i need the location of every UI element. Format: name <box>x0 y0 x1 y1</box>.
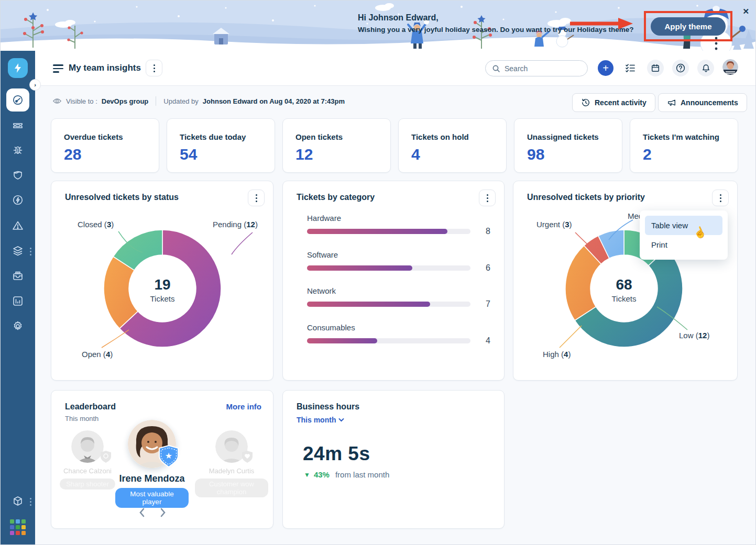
leaderboard-person-center[interactable]: ★ Irene Mendoza Most valuable player <box>115 420 189 508</box>
stat-card-unassigned[interactable]: Unassigned tickets 98 <box>514 118 622 173</box>
todo-list-button[interactable] <box>622 60 639 76</box>
bar-row-software: Software 6 <box>307 250 470 271</box>
dashboard-meta: Visible to : DevOps group Updated by Joh… <box>52 96 345 106</box>
card-tickets-by-category: Tickets by category Hardware 8 Software … <box>282 181 505 381</box>
dashboard-content: Visible to : DevOps group Updated by Joh… <box>35 86 755 544</box>
business-hours-period-dropdown[interactable]: This month <box>297 416 344 424</box>
search-input[interactable] <box>505 64 573 73</box>
person-name: Irene Mendoza <box>115 473 189 484</box>
help-button[interactable] <box>672 60 689 76</box>
document-tray-icon <box>12 270 24 282</box>
sidebar-expand-button[interactable]: › <box>29 79 41 91</box>
banner-close-icon[interactable]: ✕ <box>742 7 749 16</box>
status-card-kebab-button[interactable] <box>248 190 265 206</box>
stat-card-due-today[interactable]: Tickets due today 54 <box>167 118 275 173</box>
sandbox-more-dots <box>30 498 31 506</box>
warning-triangle-icon <box>12 219 24 232</box>
bar-fill <box>307 229 447 234</box>
sidebar-item-alerts[interactable] <box>1 214 35 237</box>
stat-value: 98 <box>527 146 609 163</box>
bar-value: 7 <box>486 299 490 309</box>
sidebar-item-dashboard[interactable] <box>6 88 29 112</box>
label-open: Open (4) <box>82 350 113 359</box>
stat-card-overdue[interactable]: Overdue tickets 28 <box>51 118 159 173</box>
leaderboard-title: Leaderboard <box>65 402 116 411</box>
history-clock-icon <box>581 98 590 107</box>
updated-by-label: Updated by <box>163 97 199 105</box>
sidebar-item-settings[interactable] <box>1 315 35 338</box>
delta-percent: 43% <box>314 470 330 479</box>
search-box[interactable] <box>485 60 588 76</box>
more-info-link[interactable]: More info <box>226 402 262 411</box>
card-tickets-by-status: Unresolved tickets by status 19 Tickets … <box>51 181 273 381</box>
svg-text:★: ★ <box>165 451 172 460</box>
achievement-shield-icon <box>241 450 254 464</box>
avatar-photo <box>722 59 738 75</box>
business-hours-title: Business hours <box>297 402 359 411</box>
bar-value: 4 <box>486 336 490 346</box>
stat-card-watching[interactable]: Tickets I'm watching 2 <box>630 118 738 173</box>
freshservice-logo[interactable] <box>8 58 28 78</box>
bar-track: 6 <box>307 265 470 271</box>
menu-item-print[interactable]: Print <box>645 235 722 254</box>
visible-to-label: Visible to : <box>66 97 97 105</box>
bar-row-network: Network 7 <box>307 286 470 307</box>
freshservice-dashboard: Hi Johnson Edward, Wishing you a very jo… <box>0 0 756 545</box>
sidebar-item-problems[interactable] <box>1 139 35 162</box>
bar-row-consumables: Consumables 4 <box>307 323 470 343</box>
leaderboard-person-left[interactable]: Chance Calzoni Sharp shooter <box>59 430 116 490</box>
bar-label: Network <box>307 286 470 295</box>
person-badge: Customer wow champion <box>195 479 268 497</box>
stat-card-on-hold[interactable]: Tickets on hold 4 <box>398 118 507 173</box>
label-high: High (4) <box>543 350 571 359</box>
period-label: This month <box>297 416 336 424</box>
holiday-theme-banner: Hi Johnson Edward, Wishing you a very jo… <box>1 1 756 51</box>
recent-activity-button[interactable]: Recent activity <box>572 93 655 112</box>
create-new-button[interactable]: + <box>598 60 613 76</box>
priority-total: 68 <box>593 276 655 293</box>
leaderboard-prev-button[interactable] <box>136 507 148 518</box>
sidebar-item-analytics[interactable] <box>1 290 35 313</box>
status-total: 19 <box>131 276 194 293</box>
apply-theme-button[interactable]: Apply theme <box>651 17 725 36</box>
notifications-button[interactable] <box>697 60 714 76</box>
leaderboard-person-right[interactable]: Madelyn Curtis Customer wow champion <box>195 430 268 497</box>
app-switcher-icon[interactable] <box>10 519 26 535</box>
sidebar-item-tickets[interactable] <box>1 114 35 137</box>
stat-card-open[interactable]: Open tickets 12 <box>282 118 391 173</box>
sidebar: › <box>1 51 35 544</box>
priority-card-kebab-button[interactable] <box>712 190 729 206</box>
user-avatar[interactable] <box>722 59 738 75</box>
priority-total-label: Tickets <box>593 294 655 303</box>
sidebar-item-changes[interactable] <box>1 163 35 186</box>
card-title: Unresolved tickets by status <box>65 193 179 202</box>
stat-label: Open tickets <box>295 132 378 141</box>
category-card-kebab-button[interactable] <box>479 190 496 206</box>
calendar-icon <box>651 63 660 73</box>
stat-label: Tickets I'm watching <box>643 132 725 141</box>
card-business-hours: Business hours This month 24m 5s ▼ 43% f… <box>282 390 505 529</box>
bar-fill <box>307 302 430 307</box>
sidebar-item-sandbox[interactable] <box>1 490 35 513</box>
sidebar-item-automation[interactable] <box>1 188 35 212</box>
announcements-button[interactable]: Announcements <box>658 93 747 112</box>
chevron-down-icon <box>338 418 344 422</box>
stat-label: Overdue tickets <box>64 132 146 141</box>
sidebar-item-assets[interactable] <box>1 239 35 262</box>
page-kebab-menu-button[interactable] <box>146 60 162 76</box>
lightning-circle-icon <box>12 194 24 206</box>
leaderboard-next-button[interactable] <box>157 507 169 518</box>
calendar-button[interactable] <box>647 60 664 76</box>
card-leaderboard: Leaderboard This month More info <box>51 390 273 529</box>
person-name: Chance Calzoni <box>59 467 116 475</box>
hamburger-menu-icon[interactable] <box>53 64 63 73</box>
status-donut-center: 19 Tickets <box>131 276 194 303</box>
menu-item-table-view[interactable]: Table view <box>645 216 722 235</box>
page-title: My team insights <box>69 63 141 73</box>
sidebar-item-solutions[interactable] <box>1 264 35 287</box>
meta-divider <box>156 96 156 106</box>
assets-more-dots <box>30 248 31 255</box>
stat-label: Tickets due today <box>180 132 262 141</box>
bar-label: Consumables <box>307 323 470 332</box>
bar-fill <box>307 338 377 343</box>
